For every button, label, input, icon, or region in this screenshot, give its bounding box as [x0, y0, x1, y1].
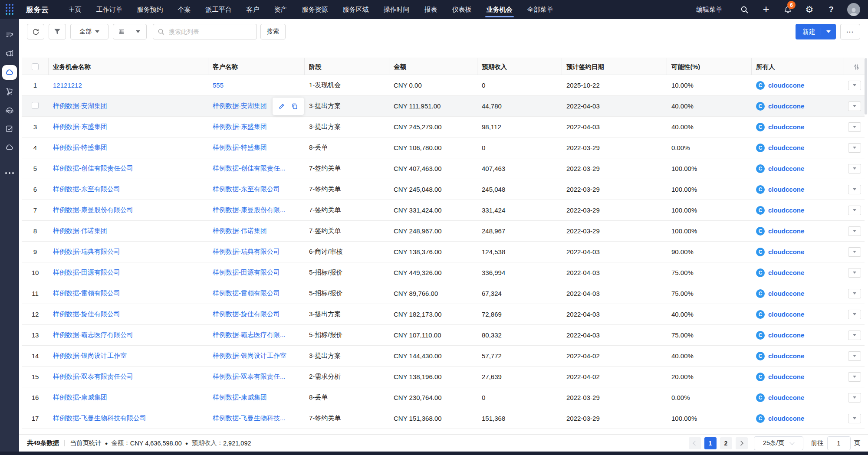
table-row[interactable]: 10 样例数据-田源有限公司 样例数据-田源有限公司 5-招标/报价 CNY 4…: [22, 262, 865, 283]
column-header-2[interactable]: 客户名称: [208, 58, 305, 75]
table-row[interactable]: 2 样例数据-安湖集团 样例数据-安湖集团 3-提出方案 CNY 111,951…: [22, 96, 865, 117]
opportunity-link[interactable]: 12121212: [53, 82, 82, 89]
opportunity-link[interactable]: 样例数据-伟诺集团: [53, 227, 107, 234]
customer-link[interactable]: 样例数据-雷领有限公司: [213, 289, 280, 297]
opportunity-link[interactable]: 样例数据-特盛集团: [53, 144, 107, 151]
opportunity-link[interactable]: 样例数据-东至有限公司: [53, 185, 120, 193]
column-header-1[interactable]: 业务机会名称: [49, 58, 208, 75]
edit-menu-button[interactable]: 编辑菜单: [696, 6, 722, 14]
table-row[interactable]: 16 样例数据-康威集团 样例数据-康威集团 8-丢单 CNY 230,764.…: [22, 387, 865, 408]
row-actions-button[interactable]: [848, 331, 861, 340]
column-header-5[interactable]: 预期收入: [477, 58, 562, 75]
table-view-icon[interactable]: [113, 24, 130, 39]
goto-page-input[interactable]: [827, 436, 851, 450]
opportunity-link[interactable]: 样例数据-飞曼生物科技有限公司: [53, 414, 146, 422]
row-actions-button[interactable]: [848, 122, 861, 132]
new-button[interactable]: 新建: [796, 24, 836, 39]
owner-link[interactable]: cloudccone: [768, 186, 804, 193]
column-header-6[interactable]: 预计签约日期: [562, 58, 667, 75]
view-dropdown-caret[interactable]: [130, 24, 147, 39]
row-actions-button[interactable]: [848, 351, 861, 361]
customer-link[interactable]: 样例数据-创佳有限责任...: [213, 164, 286, 172]
customer-link[interactable]: 样例数据-旋佳有限公司: [213, 310, 280, 318]
owner-link[interactable]: cloudccone: [768, 331, 804, 339]
nav-item-1[interactable]: 主页: [61, 0, 89, 19]
edit-pencil-icon[interactable]: [278, 103, 285, 110]
opportunity-link[interactable]: 样例数据-银尚设计工作室: [53, 352, 127, 359]
search-icon[interactable]: [739, 4, 750, 15]
table-row[interactable]: 13 样例数据-霸志医疗有限公司 样例数据-霸志医疗有限... 5-招标/报价 …: [22, 325, 865, 346]
headset-chat-icon[interactable]: [4, 105, 15, 115]
customer-link[interactable]: 样例数据-康威集团: [213, 393, 267, 401]
table-row[interactable]: 12 样例数据-旋佳有限公司 样例数据-旋佳有限公司 3-提出方案 CNY 18…: [22, 304, 865, 325]
owner-link[interactable]: cloudccone: [768, 82, 804, 89]
help-icon[interactable]: ?: [825, 4, 837, 15]
nav-item-3[interactable]: 服务预约: [130, 0, 171, 19]
nav-item-11[interactable]: 报表: [417, 0, 445, 19]
opportunity-link[interactable]: 样例数据-东盛集团: [53, 123, 107, 130]
service-cloud-icon[interactable]: [2, 65, 17, 80]
owner-link[interactable]: cloudccone: [768, 144, 804, 151]
row-actions-button[interactable]: [848, 414, 861, 423]
column-header-7[interactable]: 可能性(%): [667, 58, 752, 75]
owner-link[interactable]: cloudccone: [768, 165, 804, 172]
bell-icon[interactable]: 6: [782, 4, 793, 15]
row-actions-button[interactable]: [848, 81, 861, 90]
table-row[interactable]: 11 样例数据-雷领有限公司 样例数据-雷领有限公司 5-招标/报价 CNY 8…: [22, 283, 865, 304]
customer-link[interactable]: 样例数据-特盛集团: [213, 144, 267, 151]
opportunity-link[interactable]: 样例数据-田源有限公司: [53, 268, 120, 276]
customer-link[interactable]: 样例数据-东至有限公司: [213, 185, 280, 193]
nav-item-6[interactable]: 客户: [239, 0, 267, 19]
owner-link[interactable]: cloudccone: [768, 227, 804, 235]
opportunity-link[interactable]: 样例数据-双泰有限责任公司: [53, 373, 133, 380]
sort-leads-icon[interactable]: [4, 29, 15, 40]
nav-item-14[interactable]: 全部菜单: [520, 0, 561, 19]
app-grid-icon[interactable]: [0, 0, 19, 19]
page-button-1[interactable]: 1: [704, 437, 717, 449]
customer-link[interactable]: 样例数据-康曼股份有限...: [213, 206, 286, 213]
customer-link[interactable]: 样例数据-银尚设计工作室: [213, 352, 286, 359]
nav-item-9[interactable]: 服务区域: [335, 0, 376, 19]
owner-link[interactable]: cloudccone: [768, 206, 804, 214]
nav-item-8[interactable]: 服务资源: [295, 0, 335, 19]
row-actions-button[interactable]: [848, 247, 861, 257]
search-button[interactable]: 搜索: [260, 24, 286, 39]
nav-item-7[interactable]: 资产: [267, 0, 295, 19]
nav-item-13[interactable]: 业务机会: [479, 0, 520, 19]
page-size-select[interactable]: 25条/页: [754, 436, 803, 450]
table-row[interactable]: 8 样例数据-伟诺集团 样例数据-伟诺集团 7-签约关单 CNY 248,967…: [22, 221, 865, 242]
view-switch-button[interactable]: [113, 24, 147, 39]
customer-link[interactable]: 样例数据-安湖集团: [213, 102, 267, 109]
owner-link[interactable]: cloudccone: [768, 248, 804, 255]
table-row[interactable]: 9 样例数据-瑞典有限公司 样例数据-瑞典有限公司 6-商讨/审核 CNY 13…: [22, 242, 865, 262]
row-actions-button[interactable]: [848, 206, 861, 215]
task-edit-icon[interactable]: [4, 124, 15, 134]
row-actions-button[interactable]: [848, 226, 861, 236]
row-actions-button[interactable]: [848, 185, 861, 194]
table-row[interactable]: 6 样例数据-东至有限公司 样例数据-东至有限公司 7-签约关单 CNY 245…: [22, 179, 865, 200]
opportunity-link[interactable]: 样例数据-雷领有限公司: [53, 289, 120, 297]
table-row[interactable]: 14 样例数据-银尚设计工作室 样例数据-银尚设计工作室 3-提出方案 CNY …: [22, 346, 865, 367]
column-header-4[interactable]: 金额: [389, 58, 477, 75]
customer-link[interactable]: 555: [213, 82, 224, 89]
column-header-3[interactable]: 阶段: [305, 58, 389, 75]
select-all-checkbox[interactable]: [32, 63, 39, 70]
owner-link[interactable]: cloudccone: [768, 290, 804, 297]
next-page-button[interactable]: [736, 437, 748, 449]
opportunity-link[interactable]: 样例数据-康曼股份有限公司: [53, 206, 133, 213]
megaphone-icon[interactable]: [4, 48, 15, 59]
copy-icon[interactable]: [291, 103, 298, 110]
nav-item-2[interactable]: 工作订单: [89, 0, 130, 19]
table-row[interactable]: 7 样例数据-康曼股份有限公司 样例数据-康曼股份有限... 7-签约关单 CN…: [22, 200, 865, 221]
owner-link[interactable]: cloudccone: [768, 269, 804, 276]
owner-link[interactable]: cloudccone: [768, 373, 804, 380]
nav-item-5[interactable]: 派工平台: [198, 0, 239, 19]
vertical-scrollbar[interactable]: [865, 58, 867, 431]
search-input[interactable]: [153, 24, 257, 39]
opportunity-link[interactable]: 样例数据-旋佳有限公司: [53, 310, 120, 318]
row-actions-button[interactable]: [848, 101, 861, 111]
settings-gear-icon[interactable]: ⚙: [804, 4, 815, 15]
table-row[interactable]: 3 样例数据-东盛集团 样例数据-东盛集团 3-提出方案 CNY 245,279…: [22, 117, 865, 137]
opportunity-link[interactable]: 样例数据-康威集团: [53, 393, 107, 401]
row-actions-button[interactable]: [848, 310, 861, 319]
